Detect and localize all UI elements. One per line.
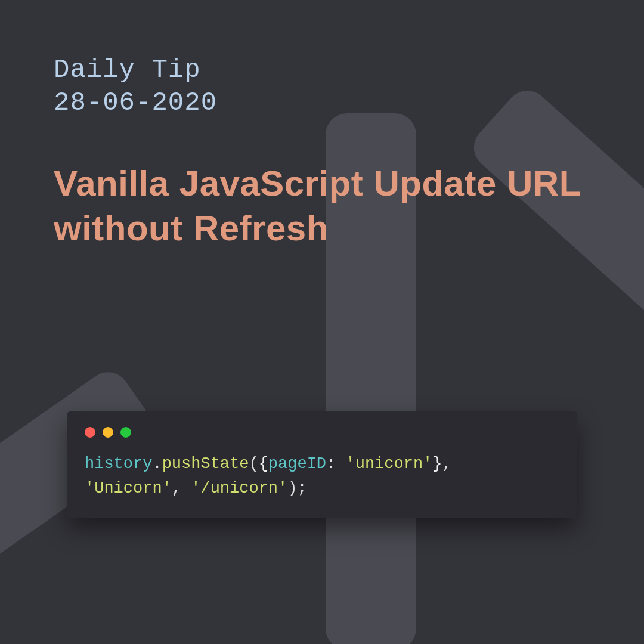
code-token-close-paren: ) — [287, 479, 297, 497]
code-snippet-card: history.pushState({pageID: 'unicorn'}, '… — [67, 411, 577, 518]
meta-label: Daily Tip — [54, 54, 590, 86]
code-token-semicolon: ; — [297, 479, 306, 497]
code-token-string-1: 'unicorn' — [345, 455, 432, 473]
article-title: Vanilla JavaScript Update URL without Re… — [54, 161, 590, 250]
code-token-function: pushState — [162, 455, 249, 473]
code-token-key: pageID — [268, 455, 326, 473]
code-token-colon: : — [326, 455, 345, 473]
window-controls — [85, 427, 559, 438]
code-token-string-3: '/unicorn' — [191, 479, 287, 497]
code-token-comma-1: , — [442, 455, 452, 473]
meta-date: 28-06-2020 — [54, 86, 590, 119]
code-token-comma-2: , — [172, 479, 191, 497]
content-area: Daily Tip 28-06-2020 Vanilla JavaScript … — [0, 0, 644, 250]
code-block: history.pushState({pageID: 'unicorn'}, '… — [85, 452, 559, 500]
code-token-dot: . — [152, 455, 162, 473]
code-token-string-2: 'Unicorn' — [85, 479, 172, 497]
meta-block: Daily Tip 28-06-2020 — [54, 54, 590, 119]
minimize-icon — [103, 427, 113, 438]
code-token-open-paren: ( — [249, 455, 258, 473]
code-token-close-brace: } — [432, 455, 442, 473]
zoom-icon — [120, 427, 131, 438]
close-icon — [85, 427, 95, 438]
code-token-object: history — [85, 455, 152, 473]
code-token-open-brace: { — [259, 455, 268, 473]
